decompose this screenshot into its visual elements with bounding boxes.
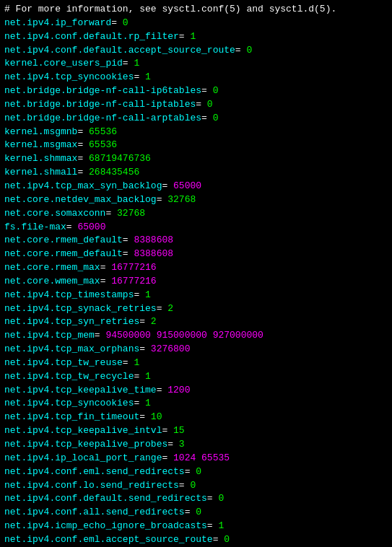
terminal-line: net.bridge.bridge-nf-call-iptables= 0 — [4, 98, 388, 112]
kv-val: 0 — [224, 534, 230, 545]
kv-key: net.ipv4.tcp_fin_timeout — [4, 411, 139, 422]
terminal-line: net.core.somaxconn= 32768 — [4, 207, 388, 221]
kv-eq: = — [162, 452, 173, 463]
kv-val: 32768 — [167, 194, 196, 205]
terminal-line: net.core.wmem_max= 16777216 — [4, 275, 388, 289]
kv-val: 2 — [167, 303, 173, 314]
terminal-line: net.ipv4.tcp_fin_timeout= 10 — [4, 411, 388, 424]
kv-key: net.ipv4.tcp_max_orphans — [4, 343, 139, 354]
kv-key: kernel.shmmax — [4, 153, 77, 164]
kv-key: net.ipv4.conf.default.send_redirects — [4, 493, 207, 504]
kv-val: 0 — [196, 466, 201, 477]
kv-eq: = — [134, 398, 145, 408]
kv-eq: = — [134, 289, 145, 300]
kv-key: net.ipv4.ip_local_port_range — [4, 452, 162, 463]
kv-key: kernel.msgmax — [4, 139, 77, 150]
kv-val: 65536 — [89, 139, 117, 150]
kv-key: net.core.somaxconn — [4, 208, 105, 219]
kv-key: net.ipv4.tcp_timestamps — [4, 289, 134, 300]
kv-eq: = — [100, 262, 112, 273]
terminal-line: kernel.msgmax= 65536 — [4, 139, 388, 152]
kv-eq: = — [185, 507, 196, 517]
terminal-line: net.ipv4.tcp_keepalive_intvl= 15 — [4, 424, 388, 438]
kv-key: kernel.core_users_pid — [4, 58, 123, 69]
kv-val: 1 — [145, 398, 151, 408]
kv-val: 1 — [145, 71, 151, 82]
terminal-line: net.ipv4.tcp_tw_recycle= 1 — [4, 370, 388, 384]
kv-eq: = — [162, 425, 173, 436]
terminal-line: net.ipv4.conf.all.send_redirects= 0 — [4, 506, 388, 520]
terminal-line: net.ipv4.tcp_max_orphans= 3276800 — [4, 343, 388, 356]
kv-eq: = — [95, 330, 106, 341]
terminal-line: net.ipv4.conf.default.rp_filter= 1 — [4, 30, 388, 44]
kv-key: net.ipv4.tcp_keepalive_time — [4, 385, 157, 395]
kv-val: 1024 65535 — [173, 452, 230, 463]
kv-key: net.ipv4.conf.default.rp_filter — [4, 31, 179, 42]
kv-eq: = — [123, 235, 134, 245]
kv-eq: = — [123, 248, 134, 259]
terminal-line: net.core.rmem_default= 8388608 — [4, 248, 388, 261]
kv-key: net.ipv4.tcp_syncookies — [4, 398, 134, 408]
kv-val: 268435456 — [89, 167, 139, 178]
kv-val: 8388608 — [134, 248, 173, 259]
kv-key: net.ipv4.ip_forward — [4, 17, 111, 28]
terminal-line: kernel.core_users_pid= 1 — [4, 57, 388, 71]
kv-val: 10 — [151, 411, 162, 422]
terminal-line: net.ipv4.tcp_mem= 94500000 915000000 927… — [4, 329, 388, 343]
terminal-line: net.ipv4.tcp_max_syn_backlog= 65000 — [4, 180, 388, 193]
kv-key: net.ipv4.conf.eml.accept_source_route — [4, 534, 213, 545]
kv-val: 3276800 — [151, 343, 191, 354]
kv-key: net.ipv4.tcp_max_syn_backlog — [4, 180, 162, 191]
kv-val: 16777216 — [111, 262, 156, 273]
kv-val: 1 — [218, 520, 224, 531]
terminal-line: net.ipv4.ip_local_port_range= 1024 65535 — [4, 452, 388, 465]
terminal-line: net.ipv4.tcp_synack_retries= 2 — [4, 302, 388, 316]
kv-eq: = — [139, 343, 151, 354]
kv-val: 0 — [123, 17, 129, 28]
kv-val: 65000 — [173, 180, 201, 191]
kv-val: 0 — [207, 99, 213, 110]
terminal-line: net.core.rmem_max= 16777216 — [4, 261, 388, 275]
kv-eq: = — [134, 71, 145, 82]
kv-key: net.ipv4.tcp_synack_retries — [4, 303, 157, 314]
kv-eq: = — [77, 167, 89, 178]
kv-eq: = — [157, 385, 168, 395]
kv-key: net.ipv4.conf.all.send_redirects — [4, 507, 185, 517]
kv-key: fs.file-max — [4, 222, 66, 232]
kv-key: net.core.wmem_max — [4, 276, 100, 286]
kv-key: net.bridge.bridge-nf-call-iptables — [4, 99, 196, 110]
terminal: # For more information, see sysctl.conf(… — [0, 0, 392, 547]
kv-eq: = — [235, 45, 247, 56]
terminal-line: net.ipv4.tcp_syn_retries= 2 — [4, 315, 388, 329]
kv-val: 8388608 — [134, 235, 173, 245]
kv-eq: = — [167, 439, 179, 450]
kv-key: net.ipv4.tcp_keepalive_intvl — [4, 425, 162, 436]
kv-eq: = — [77, 139, 89, 150]
kv-val: 0 — [213, 85, 219, 96]
kv-val: 1 — [134, 58, 139, 69]
terminal-line: net.core.rmem_default= 8388608 — [4, 234, 388, 248]
kv-val: 3 — [179, 439, 185, 450]
terminal-line: net.bridge.bridge-nf-call-ip6tables= 0 — [4, 84, 388, 98]
kv-eq: = — [111, 17, 123, 28]
kv-key: kernel.msgmnb — [4, 126, 77, 137]
terminal-line: net.ipv4.conf.eml.accept_source_route= 0 — [4, 533, 388, 547]
kv-key: net.ipv4.tcp_syn_retries — [4, 316, 139, 327]
kv-eq: = — [162, 180, 173, 191]
kv-eq: = — [207, 520, 219, 531]
kv-eq: = — [123, 58, 134, 69]
terminal-line: net.bridge.bridge-nf-call-arptables= 0 — [4, 112, 388, 126]
kv-key: net.ipv4.tcp_tw_reuse — [4, 357, 123, 368]
terminal-line: net.ipv4.ip_forward= 0 — [4, 17, 388, 30]
kv-eq: = — [196, 99, 207, 110]
kv-val: 2 — [151, 316, 157, 327]
terminal-line: net.ipv4.tcp_syncookies= 1 — [4, 71, 388, 84]
kv-val: 68719476736 — [89, 153, 151, 164]
terminal-line: net.ipv4.conf.lo.send_redirects= 0 — [4, 479, 388, 493]
kv-key: net.ipv4.tcp_keepalive_probes — [4, 439, 167, 450]
kv-key: net.bridge.bridge-nf-call-ip6tables — [4, 85, 201, 96]
kv-val: 0 — [213, 113, 219, 123]
kv-eq: = — [185, 466, 196, 477]
kv-eq: = — [139, 316, 151, 327]
kv-eq: = — [157, 303, 168, 314]
